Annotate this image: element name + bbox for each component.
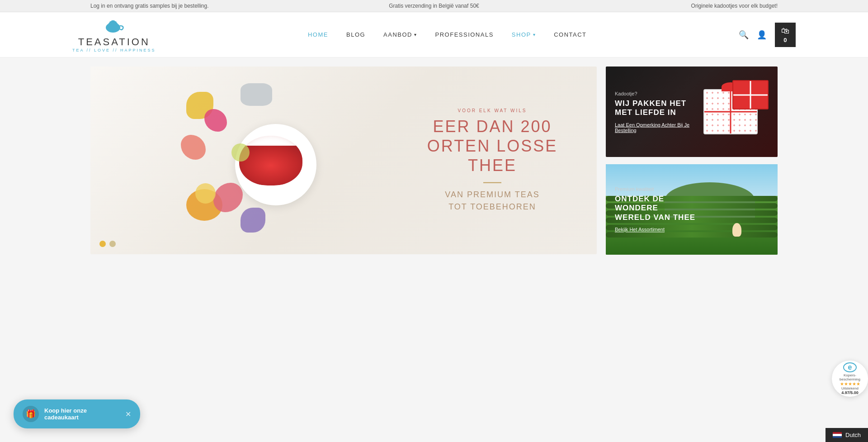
topbar-left: Log in en ontvang gratis samples bij je … [90,3,209,9]
flower-decoration [90,67,445,254]
topbar-center: Gratis verzending in België vanaf 50€ [389,3,479,9]
top-bar: Log in en ontvang gratis samples bij je … [0,0,868,12]
topbar-right: Originele kadootjes voor elk budget! [691,3,778,9]
aanbod-chevron-icon: ▾ [414,32,417,37]
main-content: VOOR ELK WAT WILS EER DAN 200 ORTEN LOSS… [0,57,868,264]
slider-dot-2[interactable] [109,241,116,247]
svg-rect-3 [111,20,115,23]
flag-nl [833,432,842,438]
tea-panel-text: Premium kwaliteit ONTDEK DE WONDERE WERE… [615,186,696,232]
trust-badge-logo: e [843,362,857,372]
trust-stars: ★★★★★ [840,381,860,386]
hero-divider [483,182,501,183]
flower-green-1 [231,143,250,162]
slider-dot-1[interactable] [99,241,106,247]
hero-slider[interactable]: VOOR ELK WAT WILS EER DAN 200 ORTEN LOSS… [90,67,597,254]
tea-cup-scene [177,75,358,247]
nav-item-blog[interactable]: BLOG [346,31,365,38]
flag-blue-stripe [833,436,842,438]
shop-chevron-icon: ▾ [533,32,536,37]
cookie-close-button[interactable]: ✕ [125,410,131,418]
trust-score: 4.97/5.00 [841,390,859,395]
account-icon[interactable]: 👤 [757,30,767,40]
flower-red-1 [181,135,206,160]
cart-icon: 🛍 [781,26,789,36]
gift-panel-title: WIJ PAKKEN HET MET LIEFDE IN [615,99,696,118]
header: TEASATION TEA // LOVE // HAPPINESS HOME … [0,12,868,57]
tea-panel[interactable]: Premium kwaliteit ONTDEK DE WONDERE WERE… [606,164,778,255]
nav-item-home[interactable]: HOME [308,31,328,38]
cart-button[interactable]: 🛍 0 [775,23,796,47]
cookie-bar[interactable]: 🎁 Koop hier onze cadeaukaart ✕ [14,399,140,428]
tea-panel-label: Premium kwaliteit [615,186,696,192]
tea-cup [239,136,302,185]
main-nav: HOME BLOG AANBOD ▾ PROFESSIONALS SHOP ▾ … [308,31,587,38]
hero-background: VOOR ELK WAT WILS EER DAN 200 ORTEN LOSS… [90,67,597,254]
flower-purple-1 [241,208,265,233]
flower-pink-1 [204,109,227,132]
hero-subtitle: VOOR ELK WAT WILS [413,108,571,113]
nav-item-professionals[interactable]: PROFESSIONALS [435,31,494,38]
hero-desc: VAN PREMIUM TEAS TOT TOEBEHOREN [413,189,571,213]
gift-panel[interactable]: Kadootje? WIJ PAKKEN HET MET LIEFDE IN L… [606,67,778,157]
nav-item-contact[interactable]: CONTACT [554,31,586,38]
trust-rating: Uitstekend [841,386,859,390]
nav-item-aanbod[interactable]: AANBOD ▾ [383,31,417,38]
flower-gray-1 [241,83,272,106]
tea-panel-title: ONTDEK DE WONDERE WERELD VAN THEE [615,195,696,222]
trust-badge-label: Kopers-bescherming [835,373,865,381]
gift-panel-label: Kadootje? [615,91,696,96]
search-icon[interactable]: 🔍 [739,30,749,40]
hero-text: VOOR ELK WAT WILS EER DAN 200 ORTEN LOSS… [413,108,571,213]
trust-badge[interactable]: e Kopers-bescherming ★★★★★ Uitstekend 4.… [832,361,868,397]
tea-panel-link[interactable]: Bekijk Het Assortiment [615,227,696,233]
tea-row-6 [606,232,778,238]
gift-panel-link[interactable]: Laat Een Opmerking Achter Bij Je Bestell… [615,122,696,133]
language-label: Dutch [845,432,861,438]
hero-title: EER DAN 200 ORTEN LOSSE THEE [413,116,571,175]
cookie-icon: 🎁 [23,406,39,422]
logo-subtext: TEA // LOVE // HAPPINESS [72,48,156,52]
slider-dots [99,241,116,247]
flower-pink-2 [213,183,243,212]
right-panels: Kadootje? WIJ PAKKEN HET MET LIEFDE IN L… [606,67,778,255]
nav-item-shop[interactable]: SHOP ▾ [512,31,536,38]
language-selector[interactable]: Dutch [826,428,868,442]
flower-yellow-2 [195,183,216,204]
gift-panel-text: Kadootje? WIJ PAKKEN HET MET LIEFDE IN L… [615,91,696,133]
logo-text: TEASATION [78,36,150,48]
logo[interactable]: TEASATION TEA // LOVE // HAPPINESS [72,17,156,52]
header-icons: 🔍 👤 🛍 0 [739,23,796,47]
gift-image-area [683,67,778,157]
cart-count: 0 [783,37,787,43]
logo-icon [104,17,124,36]
cookie-text: Koop hier onze cadeaukaart [44,407,120,421]
